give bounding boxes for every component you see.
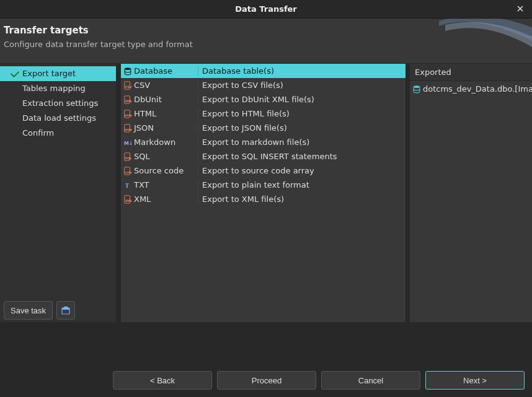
dialog-title: Data Transfer <box>235 4 297 14</box>
html-icon: HTML <box>123 109 133 119</box>
wizard-footer: < Back Proceed Cancel Next > <box>0 364 532 397</box>
format-row[interactable]: JSONJSONExport to JSON file(s) <box>121 121 406 135</box>
format-name-cell: M↓Markdown <box>121 137 198 147</box>
xml-icon: XML <box>123 95 133 105</box>
format-name: Source code <box>134 166 184 175</box>
exported-item-label: dotcms_dev_Data.dbo.[Image] <box>423 84 532 94</box>
svg-text:M↓: M↓ <box>124 140 132 146</box>
format-name-cell: TTXT <box>121 180 198 190</box>
database-icon <box>412 85 421 94</box>
format-name-cell: CODESource code <box>121 166 198 176</box>
wizard-step[interactable]: Extraction settings <box>0 96 116 111</box>
exported-item[interactable]: dotcms_dev_Data.dbo.[Image] <box>410 81 532 97</box>
json-icon: JSON <box>123 123 133 133</box>
svg-rect-19 <box>62 308 69 310</box>
page-title: Transfer targets <box>4 25 528 36</box>
format-name: DbUnit <box>134 95 162 104</box>
format-name: Markdown <box>134 137 175 147</box>
wizard-header: Transfer targets Configure data transfer… <box>0 19 532 64</box>
format-name-cell: Database <box>121 66 198 76</box>
format-name: Database <box>134 66 172 76</box>
back-button[interactable]: < Back <box>113 371 212 390</box>
save-task-button[interactable]: Save task <box>4 301 53 320</box>
formats-list: DatabaseDatabase table(s)CSVCSVExport to… <box>121 64 406 322</box>
format-desc: Database table(s) <box>198 66 406 76</box>
format-name: CSV <box>134 81 150 90</box>
svg-text:XML: XML <box>125 100 132 103</box>
wizard-step[interactable]: Tables mapping <box>0 81 116 96</box>
load-task-icon <box>61 305 71 315</box>
format-desc: Export to markdown file(s) <box>198 137 406 147</box>
format-name: TXT <box>134 180 149 190</box>
format-row[interactable]: DatabaseDatabase table(s) <box>121 64 406 78</box>
exported-header: Exported <box>410 64 532 81</box>
format-row[interactable]: CSVCSVExport to CSV file(s) <box>121 78 406 92</box>
svg-point-0 <box>125 68 131 70</box>
format-row[interactable]: TTXTExport to plain text format <box>121 178 406 192</box>
wizard-step[interactable]: Confirm <box>0 126 116 141</box>
format-name-cell: HTMLHTML <box>121 109 198 119</box>
load-task-button[interactable] <box>56 301 75 320</box>
format-name: XML <box>134 194 151 204</box>
format-name-cell: JSONJSON <box>121 123 198 133</box>
markdown-icon: M↓ <box>123 137 133 147</box>
format-name: JSON <box>134 123 154 133</box>
format-desc: Export to JSON file(s) <box>198 123 406 133</box>
wizard-step[interactable]: Export target <box>0 66 116 81</box>
formats-panel: DatabaseDatabase table(s)CSVCSVExport to… <box>121 64 406 322</box>
format-row[interactable]: HTMLHTMLExport to HTML file(s) <box>121 107 406 121</box>
next-button[interactable]: Next > <box>425 371 525 390</box>
wizard-body: Export targetTables mappingExtraction se… <box>0 64 532 322</box>
close-button[interactable] <box>515 3 526 14</box>
cancel-button[interactable]: Cancel <box>321 371 420 390</box>
proceed-button[interactable]: Proceed <box>217 371 316 390</box>
format-row[interactable]: SQLSQLExport to SQL INSERT statements <box>121 149 406 164</box>
format-row[interactable]: XMLXMLExport to XML file(s) <box>121 192 406 206</box>
svg-text:HTML: HTML <box>125 114 132 117</box>
svg-text:CODE: CODE <box>125 171 132 173</box>
database-icon <box>123 66 133 76</box>
exported-list: dotcms_dev_Data.dbo.[Image] <box>410 81 532 97</box>
format-desc: Export to source code array <box>198 166 406 175</box>
sql-icon: SQL <box>123 152 133 162</box>
format-name-cell: XMLXML <box>121 194 198 204</box>
format-row[interactable]: M↓MarkdownExport to markdown file(s) <box>121 135 406 149</box>
format-desc: Export to CSV file(s) <box>198 81 406 90</box>
format-desc: Export to XML file(s) <box>198 194 406 204</box>
format-row[interactable]: CODESource codeExport to source code arr… <box>121 164 406 178</box>
titlebar: Data Transfer <box>0 0 532 19</box>
format-row[interactable]: XMLDbUnitExport to DbUnit XML file(s) <box>121 92 406 107</box>
xml-icon: XML <box>123 194 133 204</box>
code-icon: CODE <box>123 166 133 176</box>
format-desc: Export to DbUnit XML file(s) <box>198 95 406 104</box>
format-name-cell: XMLDbUnit <box>121 95 198 105</box>
format-desc: Export to plain text format <box>198 180 406 190</box>
task-buttons: Save task <box>0 301 75 320</box>
svg-text:XML: XML <box>125 199 132 203</box>
format-name-cell: CSVCSV <box>121 81 198 90</box>
format-desc: Export to SQL INSERT statements <box>198 152 406 161</box>
svg-point-17 <box>414 85 420 88</box>
format-name-cell: SQLSQL <box>121 152 198 162</box>
wizard-step[interactable]: Data load settings <box>0 111 116 126</box>
exported-panel: Exported dotcms_dev_Data.dbo.[Image] <box>410 64 532 322</box>
svg-text:SQL: SQL <box>125 157 132 160</box>
wizard-steps: Export targetTables mappingExtraction se… <box>0 64 116 322</box>
close-icon <box>517 6 523 12</box>
txt-icon: T <box>123 180 133 190</box>
page-subtitle: Configure data transfer target type and … <box>4 40 528 49</box>
format-name: HTML <box>134 109 156 118</box>
svg-text:T: T <box>125 181 130 188</box>
csv-icon: CSV <box>123 81 133 90</box>
format-desc: Export to HTML file(s) <box>198 109 406 118</box>
format-name: SQL <box>134 152 150 161</box>
svg-text:JSON: JSON <box>124 128 132 131</box>
svg-text:CSV: CSV <box>125 85 132 89</box>
